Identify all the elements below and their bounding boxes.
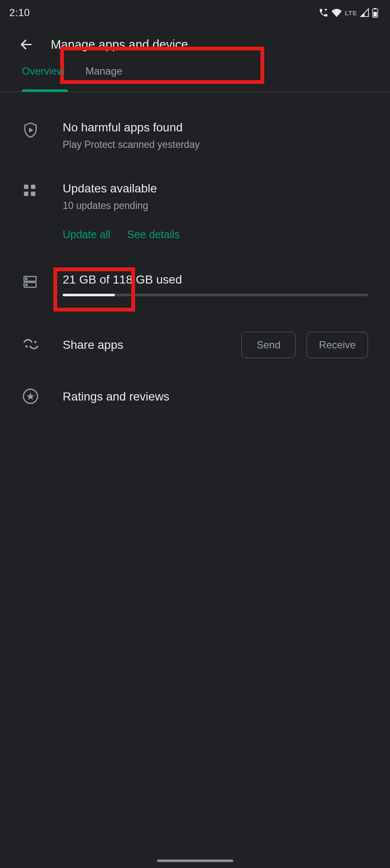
svg-rect-6 xyxy=(31,185,36,189)
svg-marker-16 xyxy=(27,392,34,400)
status-bar: 2:10 LTE xyxy=(0,0,390,25)
share-apps-label: Share apps xyxy=(63,338,241,352)
tab-overview[interactable]: Overview xyxy=(22,64,64,77)
back-button[interactable] xyxy=(18,36,35,53)
ratings-row[interactable]: Ratings and reviews xyxy=(22,358,368,405)
tab-manage[interactable]: Manage xyxy=(86,64,122,77)
battery-icon xyxy=(372,8,378,18)
storage-progress xyxy=(63,294,368,296)
app-bar: Manage apps and device xyxy=(0,25,390,64)
shield-icon xyxy=(22,122,42,139)
svg-marker-4 xyxy=(29,128,33,133)
receive-button[interactable]: Receive xyxy=(307,332,368,358)
content: No harmful apps found Play Protect scann… xyxy=(0,92,390,405)
update-all-button[interactable]: Update all xyxy=(63,228,111,241)
play-protect-subtitle: Play Protect scanned yesterday xyxy=(63,139,368,150)
star-circle-icon xyxy=(22,388,42,405)
svg-point-11 xyxy=(26,278,27,279)
svg-rect-8 xyxy=(31,192,36,196)
lte-label: LTE xyxy=(345,9,357,17)
send-button[interactable]: Send xyxy=(241,332,296,358)
wifi-calling-icon xyxy=(318,8,329,18)
storage-progress-fill xyxy=(63,294,115,296)
apps-grid-icon xyxy=(22,183,42,198)
tab-bar: Overview Manage xyxy=(0,64,390,92)
page-title: Manage apps and device xyxy=(51,38,188,52)
play-protect-row[interactable]: No harmful apps found Play Protect scann… xyxy=(22,92,368,150)
updates-subtitle: 10 updates pending xyxy=(63,200,368,211)
signal-icon xyxy=(360,8,369,17)
storage-text: 21 GB of 118 GB used xyxy=(63,272,368,287)
svg-rect-7 xyxy=(24,192,29,196)
svg-point-13 xyxy=(25,345,28,348)
updates-title: Updates available xyxy=(63,181,368,196)
nearby-share-icon xyxy=(22,335,42,355)
wifi-icon xyxy=(332,8,342,18)
status-icons: LTE xyxy=(318,8,378,18)
svg-rect-1 xyxy=(374,8,376,9)
tab-indicator xyxy=(22,89,68,92)
svg-point-14 xyxy=(34,341,36,343)
status-time: 2:10 xyxy=(9,7,30,19)
ratings-label: Ratings and reviews xyxy=(63,389,169,404)
svg-point-12 xyxy=(26,284,27,286)
svg-rect-2 xyxy=(373,12,377,17)
svg-rect-5 xyxy=(24,185,29,189)
share-apps-row: Share apps Send Receive xyxy=(22,296,368,358)
see-details-button[interactable]: See details xyxy=(127,228,180,241)
updates-row[interactable]: Updates available 10 updates pending Upd… xyxy=(22,150,368,241)
play-protect-title: No harmful apps found xyxy=(63,120,368,135)
gesture-nav-handle[interactable] xyxy=(157,860,233,862)
storage-row[interactable]: 21 GB of 118 GB used xyxy=(22,241,368,296)
storage-icon xyxy=(22,274,42,290)
